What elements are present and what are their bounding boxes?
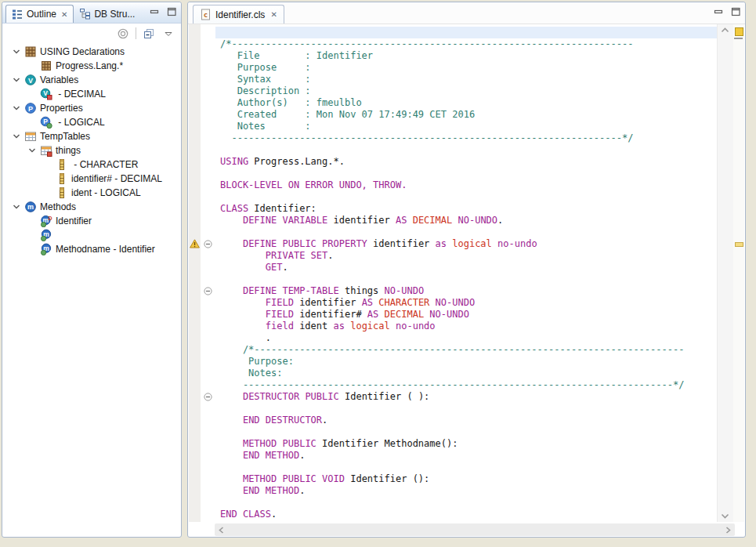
- tab-identifier-cls[interactable]: c Identifier.cls ✕: [193, 5, 284, 24]
- code-line[interactable]: GET.: [220, 262, 718, 274]
- svg-text:P: P: [28, 105, 33, 113]
- code-line[interactable]: [220, 497, 718, 509]
- code-line[interactable]: DEFINE VARIABLE identifier AS DECIMAL NO…: [220, 215, 718, 226]
- overview-ruler[interactable]: [733, 24, 744, 522]
- chevron-down-icon[interactable]: [24, 144, 40, 157]
- expander-spacer: [40, 158, 56, 171]
- code-line[interactable]: CLASS Identifier:: [220, 203, 718, 215]
- tree-item[interactable]: mMethods: [2, 200, 181, 214]
- code-line[interactable]: BLOCK-LEVEL ON ERROR UNDO, THROW.: [220, 179, 718, 191]
- minimize-icon[interactable]: [150, 7, 160, 16]
- tree-item[interactable]: mDIdentifier: [2, 214, 181, 228]
- code-line[interactable]: USING Progress.Lang.*.: [220, 156, 718, 168]
- code-line[interactable]: FIELD identifier AS CHARACTER NO-UNDO: [220, 297, 718, 309]
- tree-item[interactable]: m: [2, 228, 181, 242]
- code-line[interactable]: [220, 144, 718, 156]
- minimize-icon[interactable]: [714, 7, 724, 16]
- code-line[interactable]: END DESTRUCTOR.: [220, 415, 718, 426]
- scroll-up-icon[interactable]: [721, 27, 729, 33]
- maximize-icon[interactable]: [731, 7, 741, 16]
- tree-item[interactable]: mMethodname - Identifier: [2, 242, 181, 256]
- scroll-right-icon[interactable]: [725, 527, 731, 534]
- tree-item[interactable]: V - DECIMAL: [2, 87, 181, 101]
- code-line[interactable]: /*--------------------------------------…: [220, 38, 718, 50]
- code-line[interactable]: FIELD identifier# AS DECIMAL NO-UNDO: [220, 309, 718, 321]
- code-line[interactable]: [220, 226, 718, 238]
- fold-collapse-icon[interactable]: [204, 393, 212, 401]
- code-line[interactable]: METHOD PUBLIC VOID Identifier ():: [220, 473, 718, 485]
- view-menu-icon[interactable]: [161, 27, 175, 41]
- db-structure-icon: [79, 8, 91, 20]
- expander-spacer: [40, 187, 56, 199]
- editor-tabbar: c Identifier.cls ✕: [188, 2, 745, 24]
- code-line[interactable]: File : Identifier: [220, 50, 718, 62]
- code-line[interactable]: Syntax :: [220, 74, 718, 85]
- code-line[interactable]: Notes :: [220, 121, 718, 132]
- chevron-down-icon[interactable]: [9, 201, 24, 213]
- code-line[interactable]: [220, 27, 718, 38]
- code-line[interactable]: END CLASS.: [220, 509, 718, 520]
- scroll-down-icon[interactable]: [721, 513, 729, 519]
- chevron-down-icon[interactable]: [9, 45, 24, 58]
- code-line[interactable]: /*--------------------------------------…: [220, 344, 718, 356]
- code-line[interactable]: [220, 403, 718, 415]
- fold-collapse-icon[interactable]: [204, 287, 212, 295]
- maximize-icon[interactable]: [167, 7, 177, 16]
- folding-ruler[interactable]: [201, 24, 215, 522]
- code-line[interactable]: [220, 426, 718, 438]
- tree-item[interactable]: VVariables: [2, 73, 181, 87]
- overview-warning-marker[interactable]: [735, 242, 743, 247]
- tree-item[interactable]: - CHARACTER: [2, 158, 181, 172]
- close-icon[interactable]: ✕: [269, 10, 277, 19]
- code-line[interactable]: PRIVATE SET.: [220, 250, 718, 262]
- tree-item[interactable]: Progress.Lang.*: [2, 59, 181, 73]
- tree-item[interactable]: PProperties: [2, 101, 181, 115]
- focus-icon[interactable]: [116, 27, 130, 41]
- vertical-scrollbar[interactable]: [717, 24, 733, 522]
- code-line[interactable]: Purpose :: [220, 62, 718, 74]
- code-line[interactable]: [220, 462, 718, 473]
- tree-item[interactable]: things: [2, 143, 181, 158]
- chevron-down-icon[interactable]: [9, 130, 24, 143]
- code-line[interactable]: END METHOD.: [220, 485, 718, 497]
- collapse-all-icon[interactable]: [142, 27, 156, 41]
- code-line[interactable]: Author(s) : fmeulblo: [220, 97, 718, 109]
- code-line[interactable]: DEFINE TEMP-TABLE things NO-UNDO: [220, 285, 718, 297]
- code-line[interactable]: DESTRUCTOR PUBLIC Identifier ( ):: [220, 391, 718, 403]
- chevron-down-icon[interactable]: [9, 74, 24, 86]
- code-line[interactable]: Purpose:: [220, 356, 718, 368]
- code-editor[interactable]: /*--------------------------------------…: [215, 24, 718, 522]
- code-line[interactable]: .: [220, 332, 718, 344]
- tree-item[interactable]: P - LOGICAL: [2, 115, 181, 129]
- code-line[interactable]: METHOD PUBLIC Identifier Methodname():: [220, 438, 718, 450]
- warning-icon[interactable]: [190, 239, 200, 248]
- annotation-ruler[interactable]: [189, 24, 201, 522]
- code-line[interactable]: [220, 274, 718, 285]
- code-line[interactable]: field ident as logical no-undo: [220, 321, 718, 332]
- code-line[interactable]: Notes:: [220, 368, 718, 379]
- close-icon[interactable]: ✕: [60, 10, 67, 19]
- tree-item[interactable]: USING Declarations: [2, 45, 181, 59]
- tree-item-label: Variables: [39, 74, 78, 85]
- using-icon: [24, 45, 39, 58]
- horizontal-scrollbar[interactable]: [215, 523, 735, 536]
- fold-collapse-icon[interactable]: [204, 240, 212, 248]
- tree-item[interactable]: ident - LOGICAL: [2, 186, 181, 200]
- code-line[interactable]: [220, 168, 718, 179]
- tab-outline[interactable]: Outline ✕: [5, 5, 74, 23]
- overview-divider: [734, 38, 743, 39]
- code-line[interactable]: END METHOD.: [220, 450, 718, 462]
- code-line[interactable]: ----------------------------------------…: [220, 132, 718, 144]
- scroll-left-icon[interactable]: [219, 527, 224, 534]
- overview-warning-header[interactable]: [735, 27, 743, 36]
- code-line[interactable]: ----------------------------------------…: [220, 379, 718, 391]
- tree-item[interactable]: identifier# - DECIMAL: [2, 172, 181, 186]
- code-line[interactable]: DEFINE PUBLIC PROPERTY identifier as log…: [220, 238, 718, 250]
- tab-db-structure[interactable]: DB Stru...: [74, 5, 140, 23]
- code-line[interactable]: Created : Mon Nov 07 17:49:49 CET 2016: [220, 109, 718, 121]
- code-line[interactable]: [220, 191, 718, 203]
- chevron-down-icon[interactable]: [9, 102, 24, 114]
- tree-item[interactable]: TempTables: [2, 129, 181, 143]
- code-line[interactable]: Description :: [220, 85, 718, 97]
- expander-spacer: [40, 172, 56, 185]
